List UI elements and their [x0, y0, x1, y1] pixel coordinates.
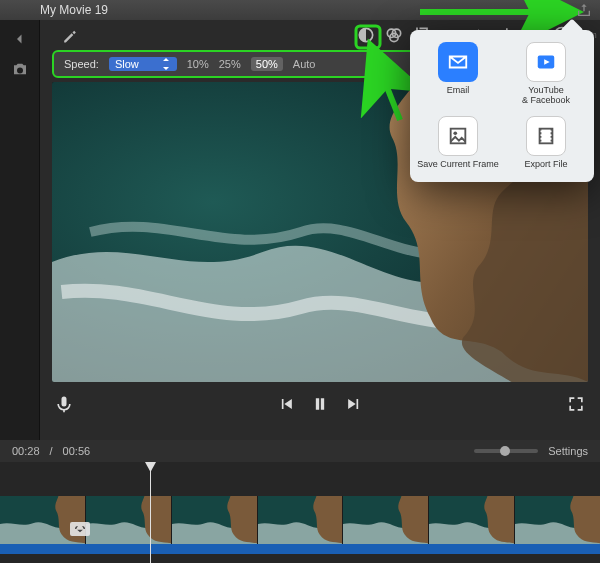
clip-speed-badge: [70, 522, 90, 536]
speed-25[interactable]: 25%: [219, 58, 241, 70]
chevron-updown-icon: [161, 58, 171, 70]
audio-track[interactable]: [0, 544, 600, 554]
youtube-icon: [535, 51, 557, 73]
share-youtube-facebook[interactable]: YouTube & Facebook: [504, 42, 588, 106]
library-back-icon[interactable]: [11, 30, 29, 48]
share-export-label: Export File: [524, 160, 567, 170]
mic-icon[interactable]: [54, 394, 74, 414]
library-camera-icon[interactable]: [11, 60, 29, 78]
prev-button[interactable]: [276, 394, 296, 414]
speed-label: Speed:: [64, 58, 99, 70]
share-export-file[interactable]: Export File: [504, 116, 588, 170]
window-title: My Movie 19: [40, 3, 108, 17]
current-time: 00:28: [12, 445, 40, 457]
svg-point-9: [453, 131, 457, 135]
share-email[interactable]: Email: [416, 42, 500, 106]
pause-button[interactable]: [310, 394, 330, 414]
image-icon: [447, 125, 469, 147]
magic-wand-icon[interactable]: [60, 25, 80, 45]
zoom-slider[interactable]: [474, 449, 538, 453]
mail-icon: [447, 51, 469, 73]
share-saveframe-label: Save Current Frame: [417, 160, 499, 170]
fullscreen-icon[interactable]: [566, 394, 586, 414]
share-email-label: Email: [447, 86, 470, 96]
share-popover: Email YouTube & Facebook Save Current Fr…: [410, 30, 594, 182]
svg-rect-8: [451, 128, 466, 143]
speed-10[interactable]: 10%: [187, 58, 209, 70]
share-youtube-label: YouTube & Facebook: [522, 86, 570, 106]
speed-selected: Slow: [115, 58, 139, 70]
time-sep: /: [50, 445, 53, 457]
next-button[interactable]: [344, 394, 364, 414]
color-correction-icon[interactable]: [384, 25, 404, 45]
duration: 00:56: [63, 445, 91, 457]
film-icon: [535, 125, 557, 147]
timeline-header: 00:28 / 00:56 Settings: [0, 440, 600, 462]
share-icon: [576, 2, 592, 18]
speed-50[interactable]: 50%: [251, 57, 283, 71]
svg-rect-10: [540, 128, 553, 143]
clip-row[interactable]: [0, 496, 600, 544]
playhead[interactable]: [150, 462, 151, 563]
share-save-frame[interactable]: Save Current Frame: [416, 116, 500, 170]
window-titlebar: My Movie 19: [0, 0, 600, 20]
speed-auto[interactable]: Auto: [293, 58, 316, 70]
transport-bar: [40, 382, 600, 426]
speed-dropdown[interactable]: Slow: [109, 57, 177, 71]
color-balance-icon[interactable]: [356, 25, 376, 45]
share-button[interactable]: [576, 2, 592, 18]
settings-button[interactable]: Settings: [548, 445, 588, 457]
left-sidebar: [0, 20, 40, 440]
timeline[interactable]: [0, 462, 600, 563]
